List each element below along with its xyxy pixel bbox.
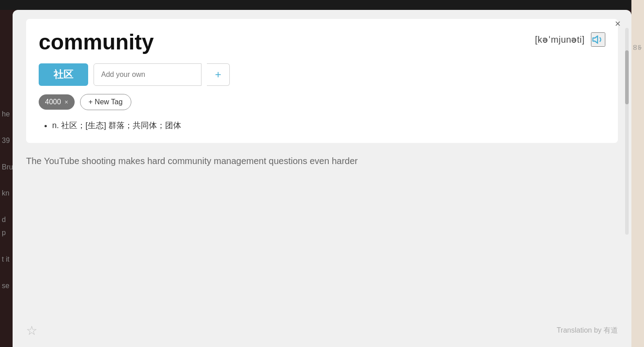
tag-label: 4000 (45, 98, 61, 106)
translation-badge: 社区 (39, 63, 88, 86)
favorite-button[interactable]: ☆ (26, 323, 37, 338)
svg-marker-0 (593, 36, 598, 43)
tag-badge-4000: 4000 × (39, 94, 75, 110)
modal-footer: ☆ Translation by 有道 (13, 323, 631, 338)
tag-close-button[interactable]: × (65, 98, 68, 106)
phonetic-area: [kəˈmjunəti] (535, 32, 605, 47)
speaker-button[interactable] (591, 32, 605, 47)
right-background: ub00 (631, 0, 644, 347)
top-bar (0, 0, 644, 10)
close-button[interactable]: × (615, 19, 621, 29)
new-tag-button[interactable]: + New Tag (80, 94, 131, 110)
word-card: community [kəˈmjunəti] 社区 + 4000 × (26, 19, 618, 143)
scrollbar-thumb[interactable] (625, 50, 629, 104)
word-title: community (39, 30, 154, 54)
dictionary-modal: × community [kəˈmjunəti] 社区 + (13, 10, 631, 347)
phonetic-text: [kəˈmjunəti] (535, 34, 585, 45)
example-sentence: The YouTube shooting makes hard communit… (13, 143, 631, 179)
word-definition: n. 社区；[生态] 群落；共同体；团体 (39, 119, 605, 132)
translation-credit: Translation by 有道 (557, 326, 618, 335)
custom-translation-input[interactable] (94, 63, 201, 86)
translation-row: 社区 + (39, 63, 605, 86)
tags-row: 4000 × + New Tag (39, 94, 605, 110)
scrollbar-track[interactable] (625, 28, 629, 235)
add-translation-button[interactable]: + (207, 63, 230, 86)
